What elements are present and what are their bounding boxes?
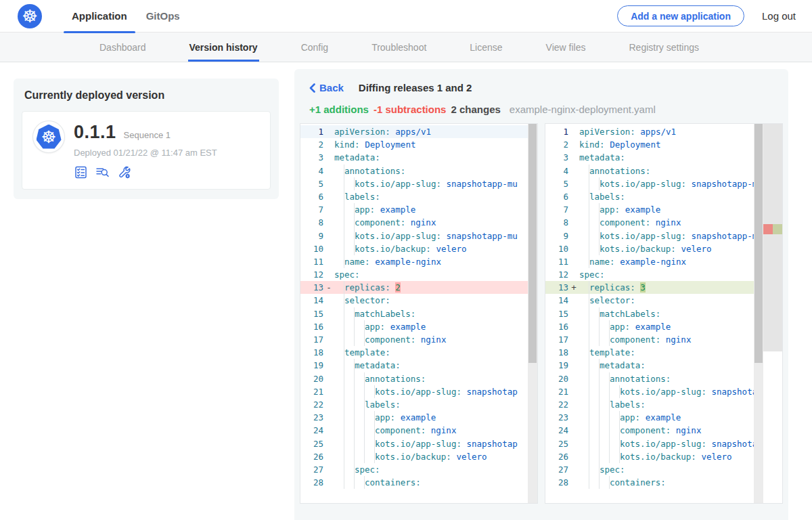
code-line-modified-4: 4annotations: [545, 165, 782, 177]
sequence-label: Sequence 1 [124, 130, 171, 140]
subnav-item-license[interactable]: License [468, 32, 503, 62]
code-line-modified-12: 12spec: [545, 268, 782, 281]
code-line-original-3: 3metadata: [300, 151, 537, 164]
code-line-modified-24: 24component: nginx [545, 424, 782, 437]
code-line-modified-9: 9kots.io/app-slug: snapshotapp-mu [545, 230, 782, 242]
top-tabs: ApplicationGitOps [62, 0, 189, 32]
code-line-original-20: 20annotations: [300, 372, 537, 385]
code-line-original-23: 23app: example [300, 411, 537, 424]
code-line-original-14: 14selector: [300, 294, 537, 307]
code-line-original-21: 21kots.io/app-slug: snapshotap [300, 385, 537, 398]
view-files-search-icon[interactable] [95, 165, 110, 179]
code-line-modified-14: 14selector: [545, 294, 782, 307]
code-line-original-22: 22labels: [300, 398, 537, 411]
code-line-modified-22: 22labels: [545, 398, 782, 411]
top-tab-application[interactable]: Application [62, 0, 137, 32]
code-line-modified-26: 26kots.io/backup: velero [545, 450, 782, 463]
vertical-scrollbar [528, 124, 537, 503]
code-line-modified-13: 13+replicas: 3 [545, 281, 782, 294]
code-line-original-10: 10kots.io/backup: velero [300, 242, 537, 255]
top-tab-gitops[interactable]: GitOps [137, 0, 189, 32]
code-line-modified-8: 8component: nginx [545, 216, 782, 229]
changes-count: 2 changes [451, 104, 500, 115]
diff-stats: +1 additions -1 subtractions 2 changes e… [300, 104, 783, 115]
code-line-original-24: 24component: nginx [300, 424, 537, 437]
code-line-original-8: 8component: nginx [300, 216, 537, 229]
subnav-item-troubleshoot[interactable]: Troubleshoot [370, 32, 428, 62]
code-line-modified-21: 21kots.io/app-slug: snapshotap [545, 385, 782, 398]
add-a-new-application-button[interactable]: Add a new application [617, 5, 744, 26]
code-line-original-18: 18template: [300, 346, 537, 359]
code-line-original-6: 6labels: [300, 190, 537, 203]
code-line-modified-18: 18template: [545, 346, 782, 359]
diff-overview-ruler[interactable] [763, 124, 782, 503]
overview-deletion-mark [763, 224, 773, 234]
code-line-modified-28: 28containers: [545, 476, 782, 489]
code-line-original-28: 28containers: [300, 476, 537, 489]
code-line-original-11: 11name: example-nginx [300, 255, 537, 268]
code-line-modified-7: 7app: example [545, 203, 782, 216]
code-line-original-19: 19metadata: [300, 359, 537, 372]
app-subnav: DashboardVersion historyConfigTroublesho… [0, 32, 812, 62]
ruler-viewport-indicator [763, 124, 782, 351]
version-number: 0.1.1 [74, 122, 116, 143]
additions-count: +1 additions [309, 104, 369, 115]
app-logo: ☸ [33, 121, 64, 152]
code-line-modified-2: 2kind: Deployment [545, 138, 782, 151]
diff-pane-modified[interactable]: 1apiVersion: apps/v12kind: Deployment3me… [545, 123, 783, 504]
configure-wrench-gear-icon[interactable] [117, 165, 131, 179]
subnav-item-config[interactable]: Config [300, 32, 330, 62]
subnav-item-version-history[interactable]: Version history [188, 32, 259, 62]
code-line-original-25: 25kots.io/app-slug: snapshotap [300, 437, 537, 450]
kubernetes-app-icon: ☸ [37, 125, 62, 150]
code-line-original-17: 17component: nginx [300, 333, 537, 346]
code-line-original-27: 27spec: [300, 463, 537, 476]
main-content: Currently deployed version ☸ 0.1.1 Seque… [0, 62, 812, 520]
chevron-left-icon [309, 83, 315, 93]
code-line-modified-15: 15matchLabels: [545, 307, 782, 320]
code-line-modified-11: 11name: example-nginx [545, 255, 782, 268]
subnav-item-view-files[interactable]: View files [545, 32, 587, 62]
code-line-modified-17: 17component: nginx [545, 333, 782, 346]
code-line-original-2: 2kind: Deployment [300, 138, 537, 151]
code-line-modified-6: 6labels: [545, 190, 782, 203]
code-line-original-4: 4annotations: [300, 165, 537, 177]
diff-pane-original[interactable]: 1apiVersion: apps/v12kind: Deployment3me… [300, 123, 538, 504]
code-line-original-5: 5kots.io/app-slug: snapshotapp-mu [300, 177, 537, 190]
release-notes-icon[interactable] [74, 165, 88, 179]
deployed-version-box: ☸ 0.1.1 Sequence 1 Deployed 01/21/22 @ 1… [22, 111, 271, 190]
top-navbar: ☸ ApplicationGitOps Add a new applicatio… [0, 0, 812, 32]
code-line-modified-16: 16app: example [545, 320, 782, 333]
diff-filename: example-nginx-deployment.yaml [510, 104, 656, 115]
code-line-modified-5: 5kots.io/app-slug: snapshotapp-mu [545, 177, 782, 190]
currently-deployed-card: Currently deployed version ☸ 0.1.1 Seque… [14, 79, 279, 199]
code-line-modified-20: 20annotations: [545, 372, 782, 385]
code-line-original-12: 12spec: [300, 268, 537, 281]
vertical-scrollbar [754, 124, 763, 503]
back-link[interactable]: Back [309, 82, 344, 93]
code-line-modified-27: 27spec: [545, 463, 782, 476]
scrollbar-thumb[interactable] [754, 124, 763, 363]
subtractions-count: -1 subtractions [374, 104, 447, 115]
code-line-modified-25: 25kots.io/app-slug: snapshotap [545, 437, 782, 450]
code-line-original-16: 16app: example [300, 320, 537, 333]
code-line-modified-3: 3metadata: [545, 151, 782, 164]
diff-card: Back Diffing releases 1 and 2 +1 additio… [294, 69, 788, 520]
code-line-original-1: 1apiVersion: apps/v1 [300, 125, 537, 138]
scrollbar-thumb[interactable] [528, 124, 537, 363]
kubernetes-logo-icon: ☸ [18, 4, 42, 28]
code-line-original-7: 7app: example [300, 203, 537, 216]
logout-link[interactable]: Log out [762, 10, 796, 22]
code-line-modified-1: 1apiVersion: apps/v1 [545, 125, 782, 138]
code-line-modified-10: 10kots.io/backup: velero [545, 242, 782, 255]
deployed-timestamp: Deployed 01/21/22 @ 11:47 am EST [74, 148, 217, 158]
code-line-original-13: 13-replicas: 2 [300, 281, 537, 294]
deployed-card-title: Currently deployed version [24, 89, 268, 102]
code-line-original-15: 15matchLabels: [300, 307, 537, 320]
diff-title: Diffing releases 1 and 2 [359, 82, 472, 93]
subnav-item-dashboard[interactable]: Dashboard [98, 32, 148, 62]
overview-insertion-mark [773, 224, 782, 234]
code-line-original-26: 26kots.io/backup: velero [300, 450, 537, 463]
subnav-item-registry-settings[interactable]: Registry settings [627, 32, 700, 62]
code-line-modified-23: 23app: example [545, 411, 782, 424]
